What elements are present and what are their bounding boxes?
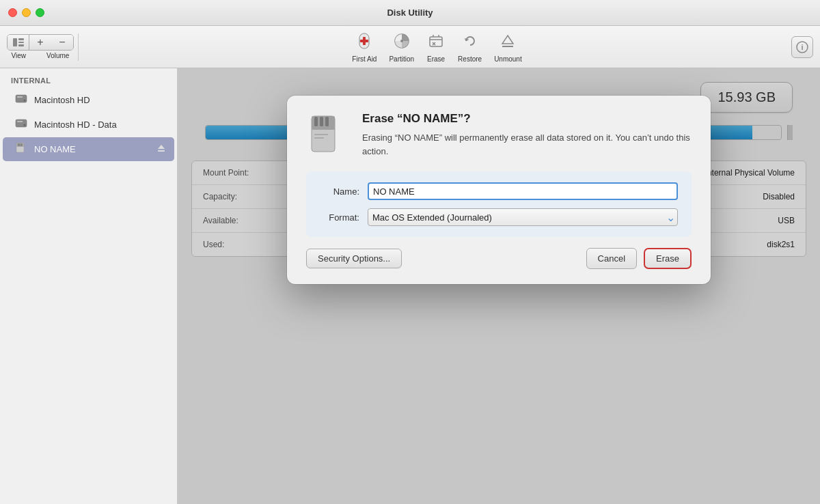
modal-top: Erase “NO NAME”? Erasing “NO NAME” will … [306, 112, 692, 158]
unmount-label: Unmount [494, 55, 522, 63]
disk-icon-macintosh-hd-data [14, 116, 29, 133]
volume-label: Volume [46, 52, 69, 59]
view-label: View [12, 52, 27, 59]
modal-format-select-wrapper: Mac OS Extended (Journaled) Mac OS Exten… [368, 208, 678, 226]
modal-format-label: Format: [320, 212, 359, 223]
modal-format-row: Format: Mac OS Extended (Journaled) Mac … [320, 208, 678, 226]
svg-rect-1 [18, 38, 24, 40]
modal-overlay: Erase “NO NAME”? Erasing “NO NAME” will … [178, 68, 820, 504]
svg-rect-34 [314, 134, 328, 135]
title-bar: Disk Utility [0, 0, 820, 26]
toolbar-middle: First Aid Partition [83, 29, 791, 66]
remove-button[interactable]: − [51, 35, 73, 50]
toolbar: + − View Volume First Aid [0, 26, 820, 68]
svg-rect-0 [13, 38, 17, 46]
modal-fields: Name: Format: Mac OS Extended (Journaled… [306, 171, 692, 237]
view-button[interactable] [8, 35, 29, 50]
maximize-button[interactable] [36, 8, 44, 17]
svg-rect-28 [158, 150, 165, 152]
svg-rect-8 [430, 37, 442, 46]
view-volume-buttons: + − [7, 34, 74, 51]
svg-rect-20 [17, 121, 23, 122]
svg-marker-12 [502, 36, 513, 44]
sidebar-item-macintosh-hd[interactable]: Macintosh HD [3, 88, 174, 112]
window-title: Disk Utility [387, 8, 433, 18]
unmount-icon [498, 31, 517, 53]
svg-rect-33 [325, 117, 329, 126]
svg-rect-26 [21, 143, 23, 146]
restore-label: Restore [458, 55, 482, 63]
erase-label: Erase [427, 55, 445, 63]
sidebar-item-no-name-label: NO NAME [34, 144, 76, 154]
erase-icon [426, 31, 446, 53]
minimize-button[interactable] [22, 8, 31, 17]
svg-rect-35 [314, 137, 324, 139]
modal-text-area: Erase “NO NAME”? Erasing “NO NAME” will … [362, 112, 692, 158]
sidebar-item-macintosh-hd-data-label: Macintosh HD - Data [34, 120, 117, 130]
modal-buttons: Security Options... Cancel Erase [306, 248, 692, 269]
svg-rect-24 [18, 143, 19, 146]
modal-name-row: Name: [320, 182, 678, 200]
view-volume-group: + − View Volume [7, 34, 74, 59]
security-options-button[interactable]: Security Options... [306, 249, 402, 268]
partition-icon [392, 31, 411, 53]
main-area: Internal Macintosh HD Macintosh HD - Dat… [0, 68, 820, 504]
unmount-group[interactable]: Unmount [489, 29, 528, 66]
sidebar-item-macintosh-hd-data[interactable]: Macintosh HD - Data [3, 113, 174, 137]
sidebar-item-no-name[interactable]: NO NAME [3, 137, 174, 161]
modal-description: Erasing “NO NAME” will permanently erase… [362, 131, 692, 158]
sidebar: Internal Macintosh HD Macintosh HD - Dat… [0, 68, 178, 504]
partition-group[interactable]: Partition [383, 29, 420, 66]
sidebar-item-macintosh-hd-label: Macintosh HD [34, 95, 90, 105]
restore-icon [461, 31, 480, 53]
erase-dialog: Erase “NO NAME”? Erasing “NO NAME” will … [287, 96, 711, 284]
svg-point-21 [24, 124, 26, 126]
sd-card-icon [306, 112, 350, 156]
disk-icon-macintosh-hd [14, 92, 29, 109]
modal-btn-group-right: Cancel Erase [586, 248, 692, 269]
modal-name-label: Name: [320, 186, 359, 197]
add-button[interactable]: + [29, 35, 51, 50]
svg-rect-3 [18, 44, 24, 46]
sd-icon-no-name [14, 141, 29, 158]
svg-point-18 [24, 100, 26, 102]
close-button[interactable] [8, 8, 17, 17]
modal-title: Erase “NO NAME”? [362, 112, 692, 126]
sidebar-section-internal: Internal [0, 74, 177, 87]
svg-rect-25 [20, 143, 21, 146]
first-aid-label: First Aid [352, 55, 377, 63]
cancel-button[interactable]: Cancel [586, 248, 637, 269]
modal-name-input[interactable] [368, 182, 678, 200]
eject-icon[interactable] [156, 143, 166, 155]
content-area: 15.93 GB Mount Point: /Volumes/NO NAME T… [178, 68, 820, 504]
svg-text:i: i [801, 43, 803, 51]
erase-group[interactable]: Erase [421, 29, 451, 66]
svg-rect-2 [18, 42, 24, 43]
toolbar-separator-1 [78, 33, 79, 61]
svg-rect-5 [360, 40, 368, 42]
partition-label: Partition [389, 55, 414, 63]
svg-rect-31 [314, 117, 318, 126]
first-aid-group[interactable]: First Aid [346, 29, 382, 66]
info-button[interactable]: i [791, 36, 813, 58]
svg-point-7 [400, 40, 403, 42]
svg-rect-17 [17, 96, 23, 98]
first-aid-icon [355, 31, 374, 53]
svg-rect-32 [320, 117, 323, 126]
svg-marker-27 [158, 145, 165, 149]
modal-format-select[interactable]: Mac OS Extended (Journaled) Mac OS Exten… [368, 208, 678, 226]
erase-button[interactable]: Erase [644, 248, 692, 269]
traffic-lights [8, 8, 44, 17]
restore-group[interactable]: Restore [452, 29, 487, 66]
